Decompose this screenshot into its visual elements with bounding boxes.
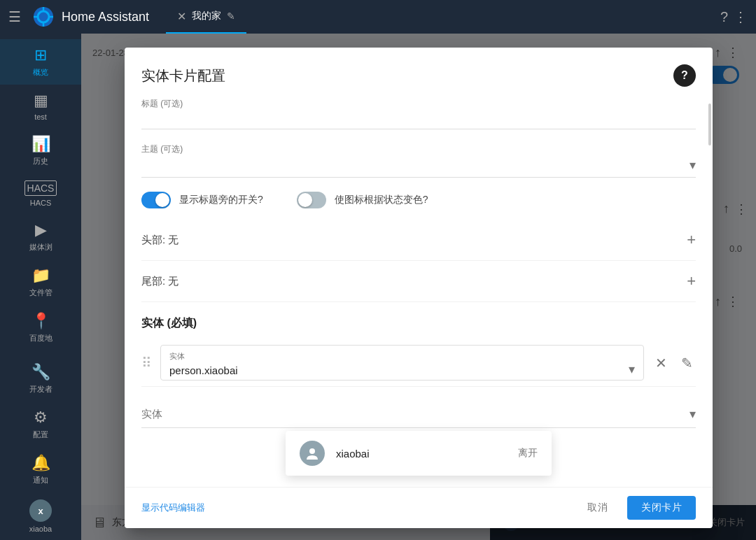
show-header-toggle[interactable] bbox=[141, 192, 171, 208]
suggestion-container: xiaobai 离开 bbox=[141, 431, 696, 476]
sidebar-item-media[interactable]: ▶ 媒体浏 bbox=[0, 214, 81, 260]
title-input[interactable] bbox=[141, 98, 696, 129]
show-header-toggle-item: 显示标题旁的开关? bbox=[141, 192, 263, 208]
app-logo: Home Assistant bbox=[32, 6, 166, 28]
overview-icon: ⊞ bbox=[34, 46, 47, 64]
color-icon-toggle-label: 使图标根据状态变色? bbox=[335, 194, 428, 206]
theme-field-label: 主题 (可选) bbox=[141, 143, 183, 155]
ha-logo-icon bbox=[32, 6, 55, 28]
sidebar-item-map-label: 百度地 bbox=[29, 333, 52, 343]
sidebar-item-map[interactable]: 📍 百度地 bbox=[0, 305, 81, 350]
modal-help-button[interactable]: ? bbox=[673, 64, 696, 87]
tab-home[interactable]: ✕ 我的家 ✎ bbox=[166, 0, 246, 34]
dev-icon: 🔧 bbox=[31, 363, 50, 381]
show-header-toggle-knob bbox=[155, 193, 169, 207]
entity-delete-button[interactable]: ✕ bbox=[652, 352, 670, 374]
sidebar-item-overview-label: 概览 bbox=[33, 67, 48, 78]
color-icon-toggle-knob bbox=[298, 193, 312, 207]
main-layout: ⊞ 概览 ▦ test 📊 历史 HACS HACS ▶ 媒体浏 📁 文件管 📍… bbox=[0, 34, 756, 540]
history-icon: 📊 bbox=[31, 135, 50, 153]
sidebar-item-test[interactable]: ▦ test bbox=[0, 85, 81, 128]
entity-row-1: ⠿ 实体 person.xiaobai ▾ ✕ ✎ bbox=[141, 339, 696, 387]
add-entity-label: 实体 bbox=[141, 408, 690, 421]
content-area: 22-01-28 ↑ ⋮ ↑ ⋮ bbox=[81, 34, 756, 540]
theme-dropdown-arrow: ▾ bbox=[690, 157, 696, 173]
modal-title: 实体卡片配置 bbox=[141, 66, 225, 85]
color-icon-toggle-item: 使图标根据状态变色? bbox=[297, 192, 428, 208]
sidebar-item-config[interactable]: ⚙ 配置 bbox=[0, 402, 81, 447]
suggestion-status: 离开 bbox=[518, 447, 538, 460]
sidebar: ⊞ 概览 ▦ test 📊 历史 HACS HACS ▶ 媒体浏 📁 文件管 📍… bbox=[0, 34, 81, 540]
topbar: ☰ Home Assistant ✕ 我的家 ✎ ? ⋮ bbox=[0, 0, 756, 34]
color-icon-toggle[interactable] bbox=[297, 192, 326, 208]
modal-body: 标题 (可选) 主题 (可选) ▾ bbox=[125, 98, 713, 487]
theme-select[interactable] bbox=[141, 159, 690, 171]
entity-card-config-modal: 实体卡片配置 ? 标题 (可选) 主题 (可选) bbox=[125, 48, 713, 528]
sidebar-item-notify[interactable]: 🔔 通知 bbox=[0, 447, 81, 492]
modal-header: 实体卡片配置 ? bbox=[125, 48, 713, 98]
topbar-right-actions: ? ⋮ bbox=[720, 8, 748, 25]
entity-value-dropdown-arrow: ▾ bbox=[629, 362, 635, 377]
app-title: Home Assistant bbox=[62, 10, 149, 24]
menu-icon[interactable]: ☰ bbox=[8, 8, 21, 25]
sidebar-item-config-label: 配置 bbox=[33, 429, 48, 440]
theme-field: 主题 (可选) ▾ bbox=[141, 143, 696, 178]
show-code-editor-link[interactable]: 显示代码编辑器 bbox=[141, 502, 205, 514]
tab-close-icon[interactable]: ✕ bbox=[177, 10, 186, 23]
entity-edit-button[interactable]: ✎ bbox=[678, 352, 696, 374]
sidebar-item-overview[interactable]: ⊞ 概览 bbox=[0, 39, 81, 85]
map-icon: 📍 bbox=[31, 312, 50, 330]
header-section-row: 头部: 无 + bbox=[141, 220, 696, 261]
media-icon: ▶ bbox=[35, 221, 47, 239]
entity-drag-handle-icon[interactable]: ⠿ bbox=[141, 355, 152, 371]
config-icon: ⚙ bbox=[34, 408, 48, 427]
entity-section-title: 实体 (必填) bbox=[141, 316, 696, 331]
suggestion-avatar bbox=[300, 441, 325, 466]
entity-select-wrapper[interactable]: 实体 person.xiaobai ▾ bbox=[160, 345, 644, 381]
sidebar-bottom: 🔧 开发者 ⚙ 配置 🔔 通知 x xiaoba bbox=[0, 356, 81, 540]
cancel-button[interactable]: 取消 bbox=[576, 496, 619, 520]
toggles-row: 显示标题旁的开关? 使图标根据状态变色? bbox=[141, 192, 696, 208]
test-icon: ▦ bbox=[34, 92, 48, 110]
entity-select-label: 实体 bbox=[169, 351, 635, 362]
footer-add-button[interactable]: + bbox=[687, 272, 696, 290]
sidebar-item-dev[interactable]: 🔧 开发者 bbox=[0, 356, 81, 402]
user-avatar: x bbox=[29, 499, 52, 522]
entity-select-inner: person.xiaobai ▾ bbox=[169, 362, 635, 377]
modal-backdrop: 实体卡片配置 ? 标题 (可选) 主题 (可选) bbox=[81, 34, 756, 540]
tab-edit-icon[interactable]: ✎ bbox=[227, 10, 235, 22]
theme-select-wrapper: ▾ bbox=[141, 143, 696, 178]
sidebar-item-files[interactable]: 📁 文件管 bbox=[0, 260, 81, 305]
sidebar-item-dev-label: 开发者 bbox=[29, 384, 52, 395]
files-icon: 📁 bbox=[31, 267, 50, 285]
modal-scrollbar bbox=[708, 104, 711, 145]
sidebar-item-user-label: xiaoba bbox=[29, 525, 52, 533]
show-header-toggle-label: 显示标题旁的开关? bbox=[179, 194, 263, 206]
footer-section-row: 尾部: 无 + bbox=[141, 261, 696, 302]
sidebar-item-history[interactable]: 📊 历史 bbox=[0, 128, 81, 173]
entity-select-value: person.xiaobai bbox=[169, 363, 238, 376]
footer-buttons: 取消 关闭卡片 bbox=[576, 496, 696, 520]
help-icon[interactable]: ? bbox=[720, 9, 728, 25]
modal-help-icon-label: ? bbox=[681, 69, 688, 82]
title-field: 标题 (可选) bbox=[141, 98, 696, 129]
sidebar-item-hacs[interactable]: HACS HACS bbox=[0, 173, 81, 214]
sidebar-item-history-label: 历史 bbox=[33, 156, 48, 166]
title-field-label: 标题 (可选) bbox=[141, 98, 183, 110]
header-add-button[interactable]: + bbox=[687, 231, 696, 249]
svg-point-9 bbox=[309, 448, 315, 454]
save-card-button[interactable]: 关闭卡片 bbox=[627, 496, 696, 520]
header-section-label: 头部: 无 bbox=[141, 234, 178, 247]
hacs-icon: HACS bbox=[24, 180, 57, 196]
more-menu-icon[interactable]: ⋮ bbox=[734, 8, 748, 25]
sidebar-item-files-label: 文件管 bbox=[29, 287, 52, 298]
suggestion-name: xiaobai bbox=[336, 448, 507, 460]
suggestion-item-xiaobai[interactable]: xiaobai 离开 bbox=[286, 431, 552, 476]
tab-home-label: 我的家 bbox=[192, 10, 221, 22]
add-entity-row: 实体 ▾ bbox=[141, 395, 696, 428]
sidebar-item-user[interactable]: x xiaoba bbox=[0, 492, 81, 540]
topbar-tabs: ✕ 我的家 ✎ bbox=[166, 0, 720, 34]
add-entity-dropdown-arrow[interactable]: ▾ bbox=[690, 406, 696, 422]
sidebar-item-notify-label: 通知 bbox=[33, 475, 48, 485]
sidebar-item-hacs-label: HACS bbox=[30, 199, 52, 207]
